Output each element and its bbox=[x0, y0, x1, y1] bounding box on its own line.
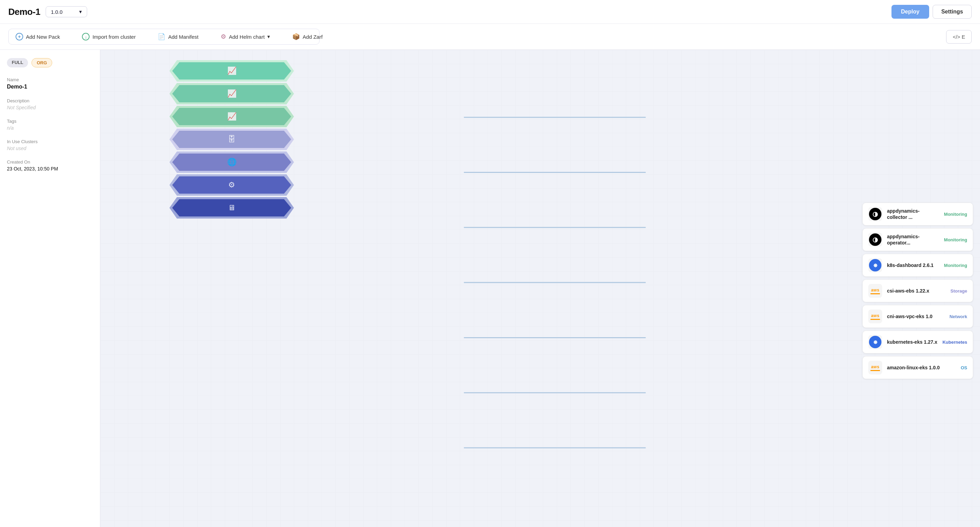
sidebar: FULL ORG Name Demo-1 Description Not Spe… bbox=[0, 50, 100, 527]
appdynamics-operator-logo-icon: ◑ bbox=[869, 233, 881, 246]
helm-label: Add Helm chart bbox=[229, 34, 264, 40]
header-actions: Deploy Settings bbox=[891, 5, 972, 19]
pack-card-info-5: cni-aws-vpc-eks 1.0 bbox=[887, 313, 945, 320]
stack-visualization: 📈 📈 📈 bbox=[169, 60, 315, 218]
aws-ebs-logo: aws bbox=[868, 284, 882, 298]
clusters-value: Not used bbox=[7, 146, 93, 151]
kubernetes-eks-logo: ⎈ bbox=[868, 335, 882, 349]
layer-storage[interactable]: 🗄 bbox=[169, 129, 315, 150]
pack-tag-4: Storage bbox=[951, 288, 967, 294]
appdyn-collector-logo: ◑ bbox=[868, 207, 882, 221]
add-new-pack-button[interactable]: + Add New Pack bbox=[16, 33, 60, 40]
version-dropdown[interactable]: 1.0.0 ▾ bbox=[46, 6, 87, 17]
badge-org: ORG bbox=[32, 58, 52, 67]
clusters-label: In Use Clusters bbox=[7, 139, 93, 144]
layer-icon-6: ⚙ bbox=[228, 180, 235, 189]
amazon-linux-logo-icon: aws bbox=[870, 365, 880, 371]
kubernetes-eks-logo-icon: ⎈ bbox=[869, 336, 881, 348]
settings-button[interactable]: Settings bbox=[932, 5, 972, 19]
pack-card-info-7: amazon-linux-eks 1.0.0 bbox=[887, 365, 956, 371]
pack-card-info-6: kubernetes-eks 1.27.x bbox=[887, 339, 937, 345]
helm-icon: ⚙ bbox=[221, 33, 226, 40]
layer-kubernetes[interactable]: ⚙ bbox=[169, 174, 315, 196]
name-value: Demo-1 bbox=[7, 84, 93, 90]
add-helm-chart-button[interactable]: ⚙ Add Helm chart ▾ bbox=[221, 33, 270, 40]
code-button[interactable]: </> E bbox=[946, 30, 972, 44]
created-label: Created On bbox=[7, 159, 93, 165]
main-content: FULL ORG Name Demo-1 Description Not Spe… bbox=[0, 50, 980, 527]
version-value: 1.0.0 bbox=[51, 9, 62, 15]
pack-name-3: k8s-dashboard 2.6.1 bbox=[887, 263, 934, 268]
appdyn-operator-logo: ◑ bbox=[868, 233, 882, 247]
app-title: Demo-1 bbox=[8, 6, 40, 17]
toolbar-actions: + Add New Pack ↓ Import from cluster 📄 A… bbox=[8, 29, 320, 45]
layer-icon-1: 📈 bbox=[227, 66, 237, 75]
pack-name-4: csi-aws-ebs 1.22.x bbox=[887, 288, 929, 294]
add-zarf-button[interactable]: 📦 Add Zarf bbox=[292, 33, 323, 40]
zarf-label: Add Zarf bbox=[302, 34, 323, 40]
add-new-pack-label: Add New Pack bbox=[26, 34, 60, 40]
layer-monitoring-3[interactable]: 📈 bbox=[169, 106, 315, 127]
pack-card-kubernetes-eks[interactable]: ⎈ kubernetes-eks 1.27.x Kubernetes bbox=[862, 331, 973, 353]
pack-cards-list: ◑ appdynamics-collector ... Monitoring ◑… bbox=[862, 203, 973, 379]
chevron-down-icon: ▾ bbox=[79, 9, 82, 15]
pack-name-2: appdynamics-operator... bbox=[887, 234, 920, 245]
layer-monitoring-1[interactable]: 📈 bbox=[169, 60, 315, 81]
add-icon: + bbox=[16, 33, 23, 40]
description-label: Description bbox=[7, 98, 93, 103]
badge-full: FULL bbox=[7, 58, 28, 67]
canvas: 📈 📈 📈 bbox=[100, 50, 980, 527]
pack-card-info-4: csi-aws-ebs 1.22.x bbox=[887, 288, 946, 294]
pack-name-1: appdynamics-collector ... bbox=[887, 208, 920, 220]
pack-card-info-2: appdynamics-operator... bbox=[887, 233, 939, 246]
import-from-cluster-button[interactable]: ↓ Import from cluster bbox=[82, 33, 135, 40]
pack-tag-5: Network bbox=[950, 314, 967, 319]
deploy-button[interactable]: Deploy bbox=[891, 5, 929, 19]
pack-card-cni-aws-vpc[interactable]: aws cni-aws-vpc-eks 1.0 Network bbox=[862, 305, 973, 328]
pack-card-info-1: appdynamics-collector ... bbox=[887, 208, 939, 220]
pack-card-csi-aws-ebs[interactable]: aws csi-aws-ebs 1.22.x Storage bbox=[862, 279, 973, 302]
layer-icon-4: 🗄 bbox=[228, 135, 235, 144]
aws-vpc-logo: aws bbox=[868, 309, 882, 323]
pack-card-appdyn-operator[interactable]: ◑ appdynamics-operator... Monitoring bbox=[862, 228, 973, 251]
sidebar-name-field: Name Demo-1 bbox=[7, 77, 93, 90]
sidebar-created-field: Created On 23 Oct, 2023, 10:50 PM bbox=[7, 159, 93, 172]
manifest-icon: 📄 bbox=[158, 33, 165, 40]
pack-tag-7: OS bbox=[961, 365, 967, 370]
manifest-label: Add Manifest bbox=[168, 34, 199, 40]
kubernetes-logo-icon: ⎈ bbox=[869, 259, 881, 271]
layer-os[interactable]: 🖥 bbox=[169, 197, 315, 218]
layer-icon-7: 🖥 bbox=[228, 203, 235, 212]
header: Demo-1 1.0.0 ▾ Deploy Settings bbox=[0, 0, 980, 24]
pack-tag-6: Kubernetes bbox=[942, 339, 967, 345]
sidebar-clusters-field: In Use Clusters Not used bbox=[7, 139, 93, 151]
sidebar-tags-field: Tags n/a bbox=[7, 119, 93, 131]
helm-chevron-icon: ▾ bbox=[267, 33, 270, 40]
layer-icon-5: 🌐 bbox=[227, 158, 237, 167]
description-value: Not Specified bbox=[7, 105, 93, 110]
pack-card-info-3: k8s-dashboard 2.6.1 bbox=[887, 262, 939, 268]
pack-tag-3: Monitoring bbox=[944, 263, 967, 268]
aws-vpc-logo-icon: aws bbox=[870, 313, 880, 320]
layer-network[interactable]: 🌐 bbox=[169, 151, 315, 173]
toolbar-right: </> E bbox=[946, 30, 972, 44]
pack-tag-1: Monitoring bbox=[944, 212, 967, 217]
pack-tag-2: Monitoring bbox=[944, 237, 967, 242]
tags-label: Tags bbox=[7, 119, 93, 124]
add-manifest-button[interactable]: 📄 Add Manifest bbox=[158, 33, 199, 40]
pack-name-5: cni-aws-vpc-eks 1.0 bbox=[887, 314, 932, 319]
aws-logo-icon: aws bbox=[870, 288, 880, 294]
layer-monitoring-2[interactable]: 📈 bbox=[169, 83, 315, 104]
import-label: Import from cluster bbox=[92, 34, 135, 40]
created-value: 23 Oct, 2023, 10:50 PM bbox=[7, 166, 93, 172]
download-icon: ↓ bbox=[82, 33, 89, 40]
layer-icon-2: 📈 bbox=[227, 89, 237, 98]
zarf-icon: 📦 bbox=[292, 33, 300, 40]
pack-card-k8s-dashboard[interactable]: ⎈ k8s-dashboard 2.6.1 Monitoring bbox=[862, 254, 973, 277]
name-label: Name bbox=[7, 77, 93, 82]
pack-name-7: amazon-linux-eks 1.0.0 bbox=[887, 365, 940, 370]
tags-value: n/a bbox=[7, 125, 93, 131]
pack-card-amazon-linux[interactable]: aws amazon-linux-eks 1.0.0 OS bbox=[862, 356, 973, 379]
pack-card-appdyn-collector[interactable]: ◑ appdynamics-collector ... Monitoring bbox=[862, 203, 973, 226]
toolbar: + Add New Pack ↓ Import from cluster 📄 A… bbox=[0, 24, 980, 50]
